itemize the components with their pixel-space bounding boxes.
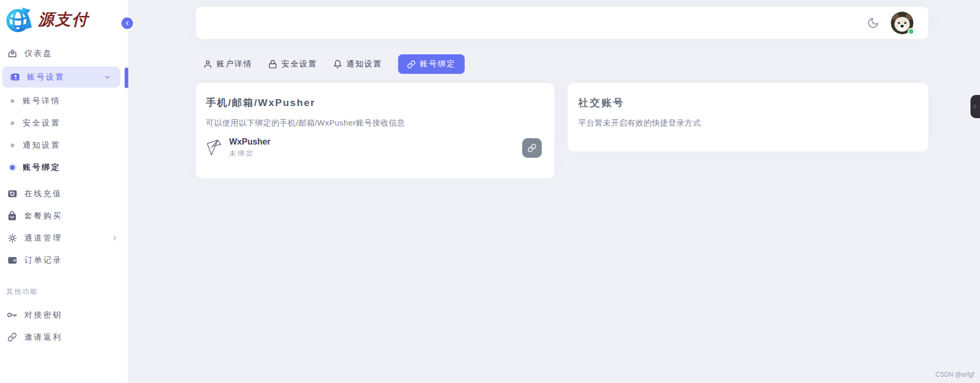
chevron-left-icon	[124, 20, 130, 26]
brand-globe-icon	[6, 6, 33, 33]
lock-icon	[268, 60, 277, 69]
sidebar-item-label: 订单记录	[24, 255, 62, 265]
tab-label: 账户详情	[216, 59, 252, 69]
sidebar-item-label: 账号详情	[23, 96, 61, 106]
tab-security[interactable]: 安全设置	[268, 54, 317, 74]
sidebar-item-invite[interactable]: 邀请返利	[0, 326, 128, 348]
wxpusher-row: WxPusher 未绑定	[206, 137, 542, 158]
main-area: 账户详情 安全设置 通知设置	[128, 0, 980, 383]
link-icon	[7, 332, 17, 342]
home-icon	[7, 48, 17, 59]
tab-label: 安全设置	[281, 59, 317, 69]
sidebar-item-label: 在线充值	[24, 189, 62, 199]
card-description: 平台暂未开启有效的快捷登录方式	[578, 118, 916, 128]
chevron-right-icon	[111, 235, 118, 242]
tab-binding[interactable]: 账号绑定	[398, 54, 465, 74]
tab-label: 账号绑定	[420, 59, 456, 69]
card-title: 社交账号	[578, 96, 916, 110]
bullet-dot-icon	[11, 143, 14, 147]
active-menu-indicator	[125, 68, 128, 88]
tab-label: 通知设置	[346, 59, 382, 69]
brand-name: 源支付	[38, 9, 89, 31]
watermark: CSDN @erfgf	[935, 371, 974, 378]
gear-icon	[972, 104, 977, 109]
bell-icon	[333, 60, 342, 69]
edge-panel-handle[interactable]	[970, 95, 980, 118]
sidebar-item-label: 通知设置	[23, 140, 61, 150]
sidebar-item-label: 邀请返利	[24, 332, 62, 342]
online-status-dot	[908, 28, 915, 35]
bullet-dot-icon	[11, 99, 14, 103]
tab-account-detail[interactable]: 账户详情	[203, 54, 252, 74]
sidebar-subitem-account-detail[interactable]: 账号详情	[0, 90, 128, 112]
bullet-dot-icon	[10, 165, 15, 170]
sidebar: 源支付 仪表盘 账号设置	[0, 0, 128, 383]
sidebar-item-account-settings[interactable]: 账号设置	[2, 66, 120, 88]
sidebar-item-channel[interactable]: 通道管理	[0, 227, 128, 249]
sidebar-item-label: 通道管理	[24, 233, 62, 243]
tab-notification[interactable]: 通知设置	[333, 54, 382, 74]
gear-icon	[7, 233, 17, 243]
sidebar-item-dashboard[interactable]: 仪表盘	[0, 42, 128, 64]
link-icon	[527, 143, 536, 152]
sidebar-section-label: 其他功能	[0, 287, 128, 296]
user-icon	[203, 60, 212, 69]
sidebar-item-package[interactable]: 套餐购买	[0, 205, 128, 227]
settings-tabs: 账户详情 安全设置 通知设置	[196, 54, 928, 74]
card-description: 可以使用以下绑定的手机/邮箱/WxPusher账号接收信息	[206, 118, 542, 128]
social-accounts-card: 社交账号 平台暂未开启有效的快捷登录方式	[568, 83, 928, 151]
card-title: 手机/邮箱/WxPusher	[206, 96, 542, 110]
binding-status: 未绑定	[229, 149, 270, 158]
wxpusher-icon	[206, 138, 222, 158]
chevron-down-icon	[104, 74, 111, 81]
wxpusher-info: WxPusher 未绑定	[229, 137, 270, 158]
sidebar-item-orders[interactable]: 订单记录	[0, 249, 128, 271]
sidebar-item-label: 账号设置	[27, 72, 65, 82]
logo: 源支付	[0, 0, 128, 33]
shopping-bag-icon	[7, 210, 17, 221]
sidebar-subitem-binding[interactable]: 账号绑定	[0, 156, 128, 178]
sidebar-item-label: 套餐购买	[24, 211, 62, 221]
sidebar-subitem-security[interactable]: 安全设置	[0, 112, 128, 134]
dark-mode-toggle[interactable]	[867, 17, 879, 29]
sidebar-item-label: 账号绑定	[23, 162, 61, 173]
binding-name: WxPusher	[229, 137, 270, 147]
bullet-dot-icon	[11, 121, 14, 125]
sidebar-subitem-notification[interactable]: 通知设置	[0, 134, 128, 156]
cash-icon	[7, 188, 17, 199]
bind-wxpusher-button[interactable]	[522, 138, 542, 158]
topbar	[196, 7, 928, 39]
cards-row: 手机/邮箱/WxPusher 可以使用以下绑定的手机/邮箱/WxPusher账号…	[196, 83, 928, 178]
sidebar-collapse-button[interactable]	[121, 17, 133, 29]
binding-methods-card: 手机/邮箱/WxPusher 可以使用以下绑定的手机/邮箱/WxPusher账号…	[196, 83, 554, 178]
sidebar-item-label: 对接密钥	[24, 310, 62, 320]
sidebar-item-label: 安全设置	[23, 118, 61, 128]
id-card-icon	[10, 72, 20, 82]
sidebar-item-label: 仪表盘	[24, 49, 53, 59]
sidebar-nav: 仪表盘 账号设置 账号详情 安全设置	[0, 42, 128, 348]
sidebar-item-recharge[interactable]: 在线充值	[0, 183, 128, 205]
sidebar-item-api-key[interactable]: 对接密钥	[0, 304, 128, 326]
user-avatar[interactable]	[891, 12, 913, 34]
moon-icon	[867, 17, 879, 29]
key-icon	[7, 310, 17, 320]
link-icon	[407, 60, 416, 69]
wallet-icon	[7, 255, 17, 265]
